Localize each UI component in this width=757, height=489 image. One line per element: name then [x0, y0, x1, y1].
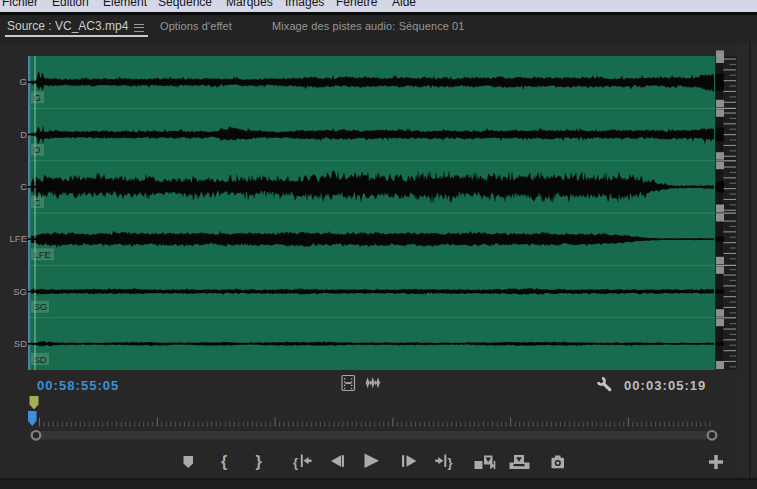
svg-text:SG: SG	[34, 301, 48, 312]
svg-text:}: }	[256, 453, 262, 470]
svg-text:{: {	[293, 455, 298, 470]
svg-text:SD: SD	[34, 354, 47, 365]
svg-text:}: }	[448, 455, 453, 470]
svg-text:{: {	[221, 453, 227, 470]
svg-text:LFE: LFE	[34, 249, 51, 260]
